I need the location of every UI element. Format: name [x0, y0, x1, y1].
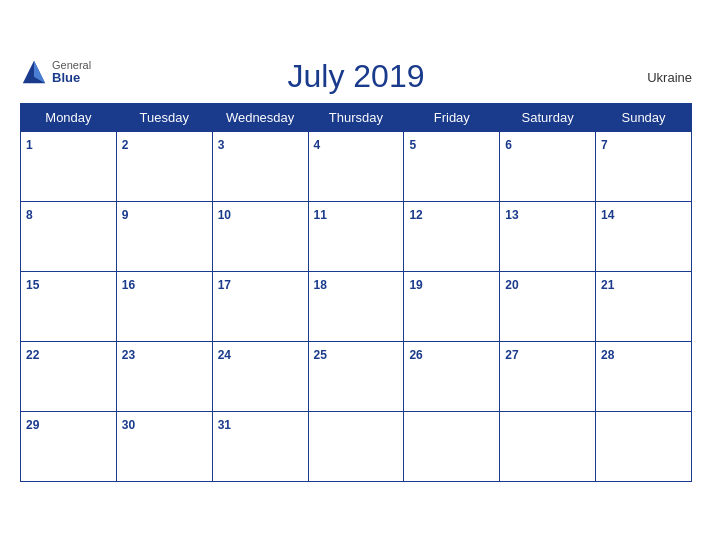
day-number: 9 — [122, 208, 129, 222]
day-cell: 13 — [500, 202, 596, 272]
day-number: 16 — [122, 278, 135, 292]
week-row-3: 15161718192021 — [21, 272, 692, 342]
calendar-wrapper: General Blue July 2019 Ukraine MondayTue… — [0, 48, 712, 502]
day-cell: 4 — [308, 132, 404, 202]
day-number: 24 — [218, 348, 231, 362]
day-number: 20 — [505, 278, 518, 292]
country-label: Ukraine — [647, 69, 692, 84]
dow-header-sunday: Sunday — [596, 104, 692, 132]
dow-header-tuesday: Tuesday — [116, 104, 212, 132]
day-cell: 11 — [308, 202, 404, 272]
day-number: 22 — [26, 348, 39, 362]
dow-header-friday: Friday — [404, 104, 500, 132]
day-cell: 5 — [404, 132, 500, 202]
day-cell: 21 — [596, 272, 692, 342]
day-number: 30 — [122, 418, 135, 432]
day-number: 8 — [26, 208, 33, 222]
day-number: 28 — [601, 348, 614, 362]
day-cell: 2 — [116, 132, 212, 202]
day-number: 10 — [218, 208, 231, 222]
days-of-week-row: MondayTuesdayWednesdayThursdayFridaySatu… — [21, 104, 692, 132]
day-number: 21 — [601, 278, 614, 292]
week-row-2: 891011121314 — [21, 202, 692, 272]
day-cell — [404, 412, 500, 482]
week-row-5: 293031 — [21, 412, 692, 482]
day-cell: 30 — [116, 412, 212, 482]
day-cell: 16 — [116, 272, 212, 342]
day-cell: 22 — [21, 342, 117, 412]
day-cell: 20 — [500, 272, 596, 342]
day-cell: 14 — [596, 202, 692, 272]
day-cell: 17 — [212, 272, 308, 342]
day-number: 6 — [505, 138, 512, 152]
day-cell: 7 — [596, 132, 692, 202]
day-number: 29 — [26, 418, 39, 432]
day-cell: 9 — [116, 202, 212, 272]
day-number: 2 — [122, 138, 129, 152]
day-cell: 6 — [500, 132, 596, 202]
generalblue-logo-icon — [20, 58, 48, 86]
calendar-table: MondayTuesdayWednesdayThursdayFridaySatu… — [20, 103, 692, 482]
day-number: 27 — [505, 348, 518, 362]
day-number: 5 — [409, 138, 416, 152]
day-cell: 25 — [308, 342, 404, 412]
day-number: 13 — [505, 208, 518, 222]
day-number: 7 — [601, 138, 608, 152]
logo-blue-text: Blue — [52, 71, 91, 85]
dow-header-wednesday: Wednesday — [212, 104, 308, 132]
day-number: 14 — [601, 208, 614, 222]
day-cell — [308, 412, 404, 482]
day-cell: 19 — [404, 272, 500, 342]
day-number: 19 — [409, 278, 422, 292]
day-number: 26 — [409, 348, 422, 362]
day-cell: 15 — [21, 272, 117, 342]
day-cell: 24 — [212, 342, 308, 412]
day-cell: 28 — [596, 342, 692, 412]
day-cell — [596, 412, 692, 482]
day-cell — [500, 412, 596, 482]
day-number: 25 — [314, 348, 327, 362]
dow-header-thursday: Thursday — [308, 104, 404, 132]
day-cell: 18 — [308, 272, 404, 342]
day-cell: 29 — [21, 412, 117, 482]
dow-header-saturday: Saturday — [500, 104, 596, 132]
day-cell: 8 — [21, 202, 117, 272]
day-cell: 27 — [500, 342, 596, 412]
day-cell: 23 — [116, 342, 212, 412]
day-number: 31 — [218, 418, 231, 432]
day-cell: 26 — [404, 342, 500, 412]
day-cell: 31 — [212, 412, 308, 482]
day-number: 1 — [26, 138, 33, 152]
day-number: 12 — [409, 208, 422, 222]
dow-header-monday: Monday — [21, 104, 117, 132]
calendar-header: General Blue July 2019 Ukraine — [20, 58, 692, 95]
day-number: 23 — [122, 348, 135, 362]
day-number: 11 — [314, 208, 327, 222]
day-cell: 1 — [21, 132, 117, 202]
logo-text: General Blue — [52, 59, 91, 85]
day-cell: 10 — [212, 202, 308, 272]
day-cell: 12 — [404, 202, 500, 272]
day-number: 18 — [314, 278, 327, 292]
logo-area: General Blue — [20, 58, 91, 86]
day-number: 3 — [218, 138, 225, 152]
day-number: 15 — [26, 278, 39, 292]
week-row-1: 1234567 — [21, 132, 692, 202]
day-number: 17 — [218, 278, 231, 292]
week-row-4: 22232425262728 — [21, 342, 692, 412]
month-title: July 2019 — [288, 58, 425, 95]
day-number: 4 — [314, 138, 321, 152]
day-cell: 3 — [212, 132, 308, 202]
